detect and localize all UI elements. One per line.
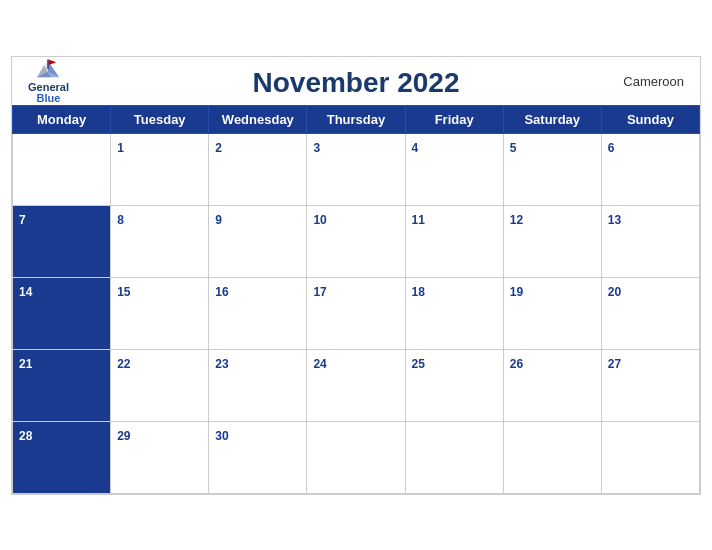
calendar-cell <box>13 133 111 205</box>
col-friday: Friday <box>405 105 503 133</box>
col-monday: Monday <box>13 105 111 133</box>
calendar-cell: 25 <box>405 349 503 421</box>
day-number: 11 <box>412 213 425 227</box>
calendar-cell: 10 <box>307 205 405 277</box>
svg-marker-5 <box>49 59 57 65</box>
day-number: 3 <box>313 141 320 155</box>
calendar-cell: 22 <box>111 349 209 421</box>
calendar-cell <box>503 421 601 493</box>
calendar-cell: 28 <box>13 421 111 493</box>
logo-blue-text: Blue <box>37 93 61 104</box>
day-number: 17 <box>313 285 326 299</box>
day-number: 24 <box>313 357 326 371</box>
calendar-cell: 5 <box>503 133 601 205</box>
calendar-cell: 11 <box>405 205 503 277</box>
day-number: 5 <box>510 141 517 155</box>
calendar-cell: 17 <box>307 277 405 349</box>
day-number: 22 <box>117 357 130 371</box>
calendar-container: General Blue November 2022 Cameroon Mond… <box>11 56 701 495</box>
day-number: 9 <box>215 213 222 227</box>
calendar-cell: 12 <box>503 205 601 277</box>
col-wednesday: Wednesday <box>209 105 307 133</box>
calendar-cell: 19 <box>503 277 601 349</box>
calendar-cell: 9 <box>209 205 307 277</box>
calendar-cell: 14 <box>13 277 111 349</box>
calendar-cell: 24 <box>307 349 405 421</box>
day-number: 14 <box>19 285 32 299</box>
svg-rect-4 <box>48 59 49 69</box>
calendar-cell: 16 <box>209 277 307 349</box>
calendar-cell <box>405 421 503 493</box>
day-number: 4 <box>412 141 419 155</box>
calendar-cell: 13 <box>601 205 699 277</box>
day-number: 1 <box>117 141 124 155</box>
calendar-cell: 8 <box>111 205 209 277</box>
calendar-cell <box>601 421 699 493</box>
calendar-cell: 29 <box>111 421 209 493</box>
col-saturday: Saturday <box>503 105 601 133</box>
calendar-cell: 26 <box>503 349 601 421</box>
day-number: 21 <box>19 357 32 371</box>
calendar-title: November 2022 <box>252 67 459 99</box>
calendar-week-row: 21222324252627 <box>13 349 700 421</box>
calendar-week-row: 78910111213 <box>13 205 700 277</box>
col-thursday: Thursday <box>307 105 405 133</box>
calendar-cell <box>307 421 405 493</box>
calendar-cell: 23 <box>209 349 307 421</box>
day-number: 13 <box>608 213 621 227</box>
calendar-cell: 7 <box>13 205 111 277</box>
calendar-cell: 3 <box>307 133 405 205</box>
country-label: Cameroon <box>623 73 684 88</box>
day-number: 28 <box>19 429 32 443</box>
day-number: 8 <box>117 213 124 227</box>
day-number: 27 <box>608 357 621 371</box>
calendar-cell: 15 <box>111 277 209 349</box>
day-number: 16 <box>215 285 228 299</box>
day-number: 25 <box>412 357 425 371</box>
col-sunday: Sunday <box>601 105 699 133</box>
calendar-cell: 2 <box>209 133 307 205</box>
day-number: 6 <box>608 141 615 155</box>
day-number: 15 <box>117 285 130 299</box>
day-number: 20 <box>608 285 621 299</box>
calendar-header: General Blue November 2022 Cameroon <box>12 57 700 105</box>
day-number: 29 <box>117 429 130 443</box>
calendar-cell: 21 <box>13 349 111 421</box>
calendar-week-row: 123456 <box>13 133 700 205</box>
logo-icon <box>34 58 62 80</box>
day-number: 7 <box>19 213 26 227</box>
calendar-week-row: 282930 <box>13 421 700 493</box>
day-number: 18 <box>412 285 425 299</box>
calendar-cell: 1 <box>111 133 209 205</box>
day-number: 26 <box>510 357 523 371</box>
day-number: 19 <box>510 285 523 299</box>
day-number: 30 <box>215 429 228 443</box>
calendar-cell: 27 <box>601 349 699 421</box>
day-number: 10 <box>313 213 326 227</box>
col-tuesday: Tuesday <box>111 105 209 133</box>
calendar-table: Monday Tuesday Wednesday Thursday Friday… <box>12 105 700 494</box>
day-number: 2 <box>215 141 222 155</box>
calendar-cell: 4 <box>405 133 503 205</box>
calendar-cell: 30 <box>209 421 307 493</box>
calendar-week-row: 14151617181920 <box>13 277 700 349</box>
calendar-cell: 6 <box>601 133 699 205</box>
calendar-cell: 20 <box>601 277 699 349</box>
calendar-cell: 18 <box>405 277 503 349</box>
days-of-week-row: Monday Tuesday Wednesday Thursday Friday… <box>13 105 700 133</box>
logo: General Blue <box>28 58 69 104</box>
day-number: 12 <box>510 213 523 227</box>
day-number: 23 <box>215 357 228 371</box>
